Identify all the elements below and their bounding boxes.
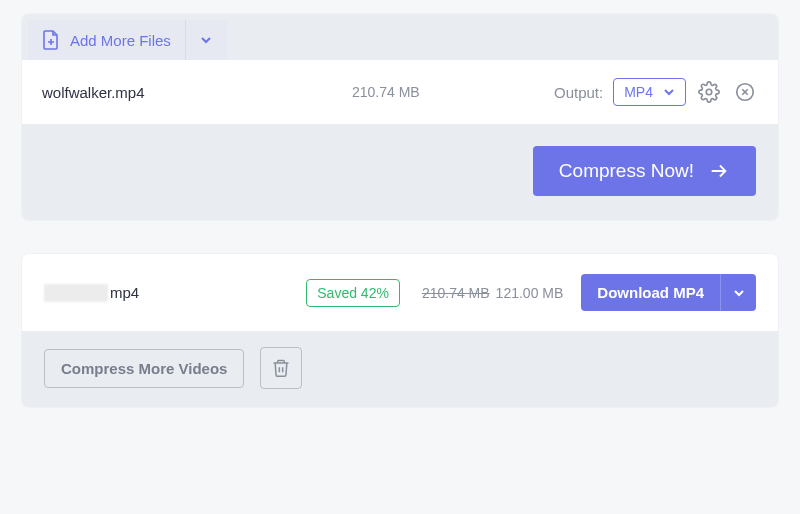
trash-icon xyxy=(271,358,291,378)
add-more-files-label: Add More Files xyxy=(70,32,171,49)
download-button[interactable]: Download MP4 xyxy=(581,274,720,311)
result-file-ext: mp4 xyxy=(110,284,139,301)
file-size: 210.74 MB xyxy=(352,84,492,100)
svg-point-0 xyxy=(706,89,712,95)
remove-file-button[interactable] xyxy=(732,79,758,105)
file-row: wolfwalker.mp4 210.74 MB Output: MP4 xyxy=(22,60,778,124)
upload-toolbar: Add More Files xyxy=(22,14,778,60)
download-dropdown[interactable] xyxy=(720,274,756,311)
upload-card: Add More Files wolfwalker.mp4 210.74 MB … xyxy=(22,14,778,220)
chevron-down-icon xyxy=(732,286,746,300)
settings-button[interactable] xyxy=(696,79,722,105)
add-more-files-button[interactable]: Add More Files xyxy=(28,20,185,60)
new-size: 121.00 MB xyxy=(496,285,564,301)
result-footer: Compress More Videos xyxy=(22,331,778,407)
delete-button[interactable] xyxy=(260,347,302,389)
chevron-down-icon xyxy=(663,86,675,98)
arrow-right-icon xyxy=(708,160,730,182)
chevron-down-icon xyxy=(199,33,213,47)
compress-now-label: Compress Now! xyxy=(559,160,694,182)
output-format-select[interactable]: MP4 xyxy=(613,78,686,106)
output-label: Output: xyxy=(554,84,603,101)
action-bar: Compress Now! xyxy=(22,124,778,220)
compress-more-videos-button[interactable]: Compress More Videos xyxy=(44,349,244,388)
saved-badge: Saved 42% xyxy=(306,279,400,307)
output-format-value: MP4 xyxy=(624,84,653,100)
compress-now-button[interactable]: Compress Now! xyxy=(533,146,756,196)
result-row: mp4 Saved 42% 210.74 MB 121.00 MB Downlo… xyxy=(22,254,778,331)
close-circle-icon xyxy=(734,81,756,103)
result-card: mp4 Saved 42% 210.74 MB 121.00 MB Downlo… xyxy=(22,254,778,407)
original-size: 210.74 MB xyxy=(422,285,490,301)
result-file-name: mp4 xyxy=(44,284,139,302)
result-file-name-redacted xyxy=(44,284,108,302)
file-name: wolfwalker.mp4 xyxy=(42,84,352,101)
gear-icon xyxy=(698,81,720,103)
file-plus-icon xyxy=(42,30,60,50)
add-more-files-dropdown[interactable] xyxy=(185,20,227,60)
size-comparison: 210.74 MB 121.00 MB xyxy=(422,285,563,301)
